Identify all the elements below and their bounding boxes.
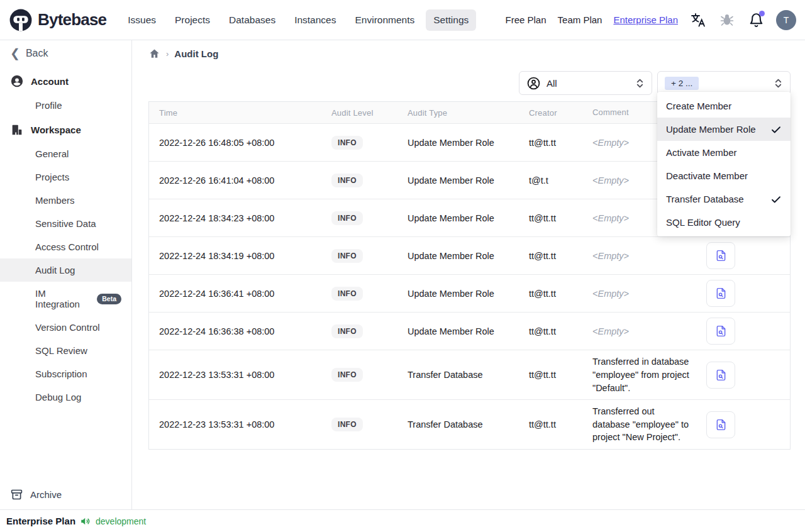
archive-icon (10, 488, 23, 501)
level-badge: INFO (331, 174, 363, 187)
sidebar-item-label: Subscription (35, 369, 87, 379)
home-icon[interactable] (148, 48, 160, 60)
cell-action (696, 313, 790, 350)
cell-time: 2022-12-24 18:34:19 +08:00 (149, 246, 321, 266)
menu-item-sql-editor-query[interactable]: SQL Editor Query (657, 211, 791, 234)
nav-item-instances[interactable]: Instances (287, 9, 343, 31)
user-icon (10, 74, 24, 88)
cell-type: Transfer Database (397, 365, 519, 385)
menu-item-label: Update Member Role (666, 124, 756, 135)
menu-item-create-member[interactable]: Create Member (657, 94, 791, 118)
main-content: › Audit Log All (132, 40, 805, 509)
level-badge: INFO (331, 324, 363, 338)
footer-environment-label: development (96, 516, 146, 526)
cell-level: INFO (321, 244, 397, 268)
cell-type: Update Member Role (397, 321, 519, 341)
bottom-status-bar: Enterprise Plan development (0, 509, 805, 532)
view-detail-button[interactable] (706, 242, 735, 269)
cell-level: INFO (321, 413, 397, 436)
breadcrumb: › Audit Log (132, 40, 805, 65)
sidebar-item-label: Sensitive Data (35, 218, 96, 229)
cell-time: 2022-12-24 16:36:38 +08:00 (149, 321, 321, 341)
table-row: 2022-12-23 13:53:31 +08:00 INFO Transfer… (149, 350, 790, 399)
cell-creator: tt@tt.tt (519, 365, 582, 385)
cell-level: INFO (321, 131, 397, 155)
sidebar-item-label: Version Control (35, 322, 100, 333)
nav-item-projects[interactable]: Projects (167, 9, 218, 31)
sidebar-item-projects[interactable]: Projects (0, 165, 131, 189)
sidebar-item-general[interactable]: General (0, 142, 131, 165)
menu-item-activate-member[interactable]: Activate Member (657, 141, 791, 164)
sidebar-item-subscription[interactable]: Subscription (0, 362, 131, 385)
bytebase-logo[interactable]: Bytebase (9, 8, 106, 32)
free-plan-link[interactable]: Free Plan (506, 14, 547, 25)
view-detail-button[interactable] (706, 280, 735, 307)
bytebase-logo-icon (9, 8, 33, 32)
person-circle-icon (526, 76, 541, 91)
view-detail-button[interactable] (706, 318, 735, 345)
sidebar-item-label: Access Control (35, 241, 99, 252)
sidebar-item-audit-log[interactable]: Audit Log (0, 258, 131, 282)
back-button[interactable]: ❮ Back (0, 40, 131, 65)
cell-level: INFO (321, 206, 397, 230)
audit-type-filter-tag: + 2 ... (665, 77, 699, 90)
sidebar-item-version-control[interactable]: Version Control (0, 316, 131, 339)
cell-level: INFO (321, 319, 397, 343)
archive-button[interactable]: Archive (0, 481, 131, 509)
sidebar-item-label: Members (35, 195, 75, 206)
menu-item-update-member-role[interactable]: Update Member Role (657, 118, 791, 141)
archive-label: Archive (30, 489, 62, 500)
level-badge: INFO (331, 418, 363, 431)
sidebar-item-profile[interactable]: Profile (0, 94, 131, 117)
sidebar-item-sensitive-data[interactable]: Sensitive Data (0, 212, 131, 235)
menu-item-label: SQL Editor Query (666, 217, 740, 228)
sidebar-section-label: Account (31, 76, 69, 87)
table-row: 2022-12-24 16:36:41 +08:00 INFO Update M… (149, 274, 790, 312)
level-badge: INFO (331, 368, 363, 382)
view-detail-button[interactable] (706, 411, 735, 438)
translate-icon[interactable] (689, 11, 707, 29)
menu-item-transfer-database[interactable]: Transfer Database (657, 187, 791, 211)
sidebar-item-members[interactable]: Members (0, 189, 131, 212)
menu-item-label: Create Member (666, 101, 731, 111)
menu-item-deactivate-member[interactable]: Deactivate Member (657, 164, 791, 187)
view-detail-button[interactable] (706, 362, 735, 389)
nav-item-environments[interactable]: Environments (348, 9, 423, 31)
column-header-audit-type: Audit Type (397, 103, 519, 123)
table-row: 2022-12-23 13:53:31 +08:00 INFO Transfer… (149, 399, 790, 449)
level-badge: INFO (331, 287, 363, 301)
cell-time: 2022-12-24 16:36:41 +08:00 (149, 284, 321, 304)
cell-time: 2022-12-24 18:34:23 +08:00 (149, 208, 321, 228)
nav-item-databases[interactable]: Databases (221, 9, 283, 31)
sidebar-item-debug-log[interactable]: Debug Log (0, 385, 131, 409)
cell-action (696, 357, 790, 394)
bug-report-icon[interactable] (718, 11, 736, 29)
user-avatar[interactable]: T (776, 10, 796, 30)
cell-comment: <Empty> (582, 320, 696, 343)
cell-type: Update Member Role (397, 284, 519, 304)
audit-log-content: All + 2 ... (132, 65, 805, 450)
sidebar-item-im-integration[interactable]: IM Integration Beta (0, 282, 131, 316)
sidebar-item-label: SQL Review (35, 345, 87, 356)
back-label: Back (26, 48, 48, 59)
enterprise-plan-link[interactable]: Enterprise Plan (613, 14, 678, 25)
cell-action (696, 275, 790, 312)
sidebar-item-access-control[interactable]: Access Control (0, 235, 131, 258)
top-navbar: Bytebase Issues Projects Databases Insta… (0, 0, 805, 40)
creator-filter-select[interactable]: All (519, 71, 652, 95)
sidebar-item-label: Projects (35, 172, 69, 182)
menu-item-label: Transfer Database (666, 194, 744, 204)
cell-creator: tt@tt.tt (519, 414, 582, 435)
notifications-bell-icon[interactable] (747, 11, 765, 29)
cell-creator: tt@tt.tt (519, 284, 582, 304)
cell-level: INFO (321, 282, 397, 306)
cell-time: 2022-12-23 13:53:31 +08:00 (149, 365, 321, 385)
sidebar-item-sql-review[interactable]: SQL Review (0, 339, 131, 362)
cell-type: Transfer Database (397, 414, 519, 435)
nav-item-settings[interactable]: Settings (426, 9, 476, 31)
cell-type: Update Member Role (397, 133, 519, 153)
team-plan-link[interactable]: Team Plan (558, 14, 602, 25)
body-row: ❮ Back Account Profile (0, 40, 805, 509)
level-badge: INFO (331, 136, 363, 150)
nav-item-issues[interactable]: Issues (120, 9, 164, 31)
